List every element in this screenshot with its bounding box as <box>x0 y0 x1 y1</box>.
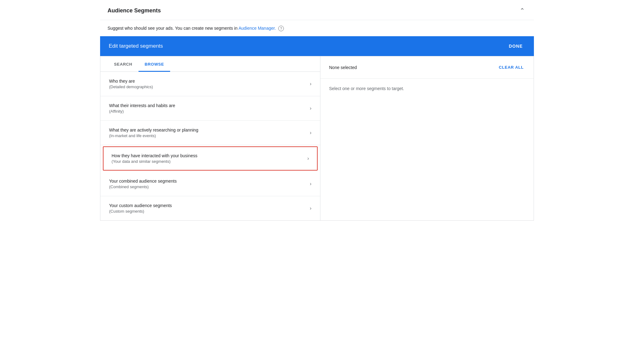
edit-panel-title: Edit targeted segments <box>109 43 163 49</box>
tab-browse[interactable]: BROWSE <box>139 56 170 72</box>
browse-item-title: What their interests and habits are <box>109 103 175 108</box>
left-panel: SEARCH BROWSE Who they are (Detailed dem… <box>100 56 320 220</box>
right-panel-body: Select one or more segments to target. <box>320 79 534 98</box>
right-panel-header: None selected CLEAR ALL <box>320 56 534 79</box>
browse-item-researching-planning[interactable]: What they are actively researching or pl… <box>100 121 320 145</box>
browse-item-custom-audience[interactable]: Your custom audience segments (Custom se… <box>100 196 320 220</box>
browse-item-who-they-are[interactable]: Who they are (Detailed demographics) › <box>100 72 320 96</box>
browse-item-combined-audience[interactable]: Your combined audience segments (Combine… <box>100 172 320 196</box>
page-header: Audience Segments ⌃ <box>100 0 534 20</box>
chevron-right-icon: › <box>310 106 311 111</box>
chevron-right-icon: › <box>307 156 309 161</box>
browse-item-title: Your combined audience segments <box>109 179 177 184</box>
browse-item-subtitle: (Combined segments) <box>109 184 177 189</box>
browse-item-title: What they are actively researching or pl… <box>109 128 198 132</box>
subtitle-prefix: Suggest who should see your ads. You can… <box>108 26 239 31</box>
page-wrapper: Audience Segments ⌃ Suggest who should s… <box>100 0 534 221</box>
tab-search[interactable]: SEARCH <box>108 56 139 72</box>
collapse-icon[interactable]: ⌃ <box>518 6 526 15</box>
chevron-right-icon: › <box>310 81 311 87</box>
browse-item-title: Your custom audience segments <box>109 203 172 208</box>
browse-item-interests-habits[interactable]: What their interests and habits are (Aff… <box>100 96 320 121</box>
edit-header: Edit targeted segments DONE <box>100 36 534 56</box>
audience-manager-link[interactable]: Audience Manager. <box>239 26 276 31</box>
right-panel: None selected CLEAR ALL Select one or mo… <box>320 56 534 220</box>
content-area: SEARCH BROWSE Who they are (Detailed dem… <box>100 56 534 221</box>
chevron-right-icon: › <box>310 206 311 211</box>
browse-item-title: How they have interacted with your busin… <box>112 153 197 158</box>
chevron-right-icon: › <box>310 130 311 136</box>
empty-message: Select one or more segments to target. <box>329 86 404 91</box>
browse-item-interacted-business[interactable]: How they have interacted with your busin… <box>103 146 318 171</box>
none-selected-label: None selected <box>329 65 357 70</box>
browse-item-subtitle: (Custom segments) <box>109 209 172 214</box>
tabs: SEARCH BROWSE <box>100 56 320 72</box>
chevron-right-icon: › <box>310 181 311 187</box>
help-icon[interactable]: ? <box>278 26 284 31</box>
browse-item-subtitle: (In-market and life events) <box>109 133 198 138</box>
page-title: Audience Segments <box>108 7 161 14</box>
browse-item-subtitle: (Detailed demographics) <box>109 84 153 89</box>
clear-all-button[interactable]: CLEAR ALL <box>498 63 525 72</box>
subtitle-bar: Suggest who should see your ads. You can… <box>100 20 534 36</box>
done-button[interactable]: DONE <box>506 42 525 50</box>
browse-item-subtitle: (Your data and similar segments) <box>112 159 197 164</box>
browse-item-subtitle: (Affinity) <box>109 109 175 114</box>
browse-item-title: Who they are <box>109 79 153 84</box>
browse-list: Who they are (Detailed demographics) › W… <box>100 72 320 220</box>
